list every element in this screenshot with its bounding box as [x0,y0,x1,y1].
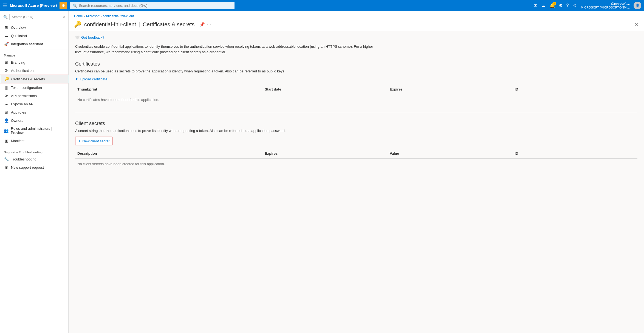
user-name: @microsoft.... [581,2,630,5]
page-header: Home › Microsoft › confidential-fhir-cli… [69,11,644,31]
sidebar-item-certificates-secrets[interactable]: 🔑 Certificates & secrets [0,75,68,83]
authentication-icon: ⟳ [4,68,9,73]
certificates-section: Certificates Certificates can be used as… [75,61,637,105]
sidebar-item-label: Authentication [11,69,33,73]
sidebar-search-input[interactable] [9,14,61,20]
upload-icon: ⬆ [75,77,78,81]
content-body: 🤍 Got feedback? Credentials enable confi… [69,31,644,174]
sidebar-item-label: Branding [11,60,25,64]
page-subtitle: Certificates & secrets [143,21,194,27]
sidebar-item-new-support-request[interactable]: ▣ New support request [0,163,68,171]
client-secrets-table-header: Description Expires Value ID [75,149,637,159]
col-value: Value [388,150,513,157]
sidebar-item-manifest[interactable]: ▣ Manifest [0,137,68,145]
breadcrumb-app[interactable]: confidential-fhir-client [103,14,134,18]
hamburger-menu[interactable]: ☰ [3,2,7,9]
sidebar-item-branding[interactable]: ⊞ Branding [0,58,68,66]
azure-icon: ⚙ [60,2,67,9]
cloud-upload-icon[interactable]: ☁ [541,3,546,8]
col-thumbprint: Thumbprint [75,86,262,92]
col-start-date: Start date [262,86,388,92]
sidebar-item-label: Roles and administrators | Preview [11,126,64,135]
sidebar-item-integration-assistant[interactable]: 🚀 Integration assistant [0,40,68,48]
col-description: Description [75,150,262,157]
new-secret-label: New client secret [82,139,109,143]
page-title-actions: 📌 ··· [199,22,211,27]
breadcrumb: Home › Microsoft › confidential-fhir-cli… [74,14,639,18]
sidebar: 🔍 « ⊞ Overview ☁ Quickstart 🚀 Integratio… [0,11,69,333]
sidebar-item-owners[interactable]: 👤 Owners [0,116,68,125]
branding-icon: ⊞ [4,60,9,64]
api-permissions-icon: ⟳ [4,94,9,98]
overview-icon: ⊞ [4,25,9,30]
upload-certificate-button[interactable]: ⬆ Upload certificate [75,77,637,81]
more-actions-icon[interactable]: ··· [207,22,211,27]
sidebar-item-label: Quickstart [11,34,27,38]
feedback-row[interactable]: 🤍 Got feedback? [75,35,637,39]
support-section-label: Support + Troubleshooting [0,147,68,155]
search-bar[interactable]: 🔍 [70,2,235,9]
expose-api-icon: ☁ [4,102,9,106]
manifest-icon: ▣ [4,139,9,143]
app-logo: Microsoft Azure (Preview) [10,3,57,8]
sidebar-item-api-permissions[interactable]: ⟳ API permissions [0,92,68,100]
close-button[interactable]: ✕ [634,21,639,27]
pin-icon[interactable]: 📌 [199,22,205,27]
sidebar-item-roles-administrators[interactable]: 👥 Roles and administrators | Preview [0,125,68,137]
client-secrets-title: Client secrets [75,121,637,126]
credentials-description: Credentials enable confidential applicat… [75,44,377,55]
sidebar-item-label: Troubleshooting [11,157,36,161]
sidebar-item-label: Overview [11,26,26,30]
notifications-icon[interactable]: 🔔 1 [549,3,555,8]
new-client-secret-button[interactable]: + New client secret [75,137,112,145]
quickstart-icon: ☁ [4,33,9,38]
client-secrets-empty-message: No client secrets have been created for … [75,159,637,169]
breadcrumb-microsoft[interactable]: Microsoft [86,14,100,18]
token-icon: ||| [4,85,9,90]
avatar[interactable]: 👤 [634,2,641,9]
sidebar-item-token-configuration[interactable]: ||| Token configuration [0,83,68,92]
certificates-empty-message: No certificates have been added for this… [75,94,637,105]
troubleshooting-icon: 🔧 [4,157,9,161]
settings-icon[interactable]: ⚙ [559,3,563,8]
sidebar-search-container: 🔍 « [0,11,68,23]
sidebar-collapse-icon[interactable]: « [63,15,65,19]
email-icon[interactable]: ✉ [534,3,537,8]
client-secrets-section: Client secrets A secret string that the … [75,121,637,169]
user-info: @microsoft.... MICROSOFT (MICROSOFT.ONMI… [581,2,630,10]
sidebar-item-label: API permissions [11,94,37,98]
section-divider [75,113,637,113]
manage-section-label: Manage [0,50,68,58]
sidebar-item-label: App roles [11,110,26,114]
help-icon[interactable]: ? [566,3,569,8]
sidebar-item-troubleshooting[interactable]: 🔧 Troubleshooting [0,155,68,163]
sidebar-item-overview[interactable]: ⊞ Overview [0,23,68,32]
main-layout: 🔍 « ⊞ Overview ☁ Quickstart 🚀 Integratio… [0,11,644,333]
app-roles-icon: ⊞ [4,110,9,114]
sidebar-item-label: Expose an API [11,102,34,106]
sidebar-item-label: Manifest [11,139,24,143]
integration-icon: 🚀 [4,42,9,46]
sidebar-item-expose-api[interactable]: ☁ Expose an API [0,100,68,108]
sidebar-item-app-roles[interactable]: ⊞ App roles [0,108,68,116]
col-expires: Expires [262,150,388,157]
feedback-icon[interactable]: ☺ [572,3,577,8]
sidebar-divider-support [0,146,68,146]
page-title-icon: 🔑 [74,21,81,28]
sidebar-divider-manage [0,49,68,49]
col-expires: Expires [388,86,513,92]
search-input[interactable] [79,4,232,8]
certificates-description: Certificates can be used as secrets to p… [75,69,637,73]
owners-icon: 👤 [4,118,9,123]
client-secrets-description: A secret string that the application use… [75,129,637,133]
topbar-right: ✉ ☁ 🔔 1 ⚙ ? ☺ @microsoft.... MICROSOFT (… [534,2,641,10]
content-area: Home › Microsoft › confidential-fhir-cli… [69,11,644,333]
page-title-row: 🔑 confidential-fhir-client | Certificate… [74,21,639,31]
sidebar-item-authentication[interactable]: ⟳ Authentication [0,66,68,75]
sidebar-item-quickstart[interactable]: ☁ Quickstart [0,32,68,40]
breadcrumb-home[interactable]: Home [74,14,83,18]
feedback-label: Got feedback? [81,35,104,39]
plus-icon: + [78,139,81,143]
upload-label: Upload certificate [80,77,107,81]
support-request-icon: ▣ [4,165,9,170]
